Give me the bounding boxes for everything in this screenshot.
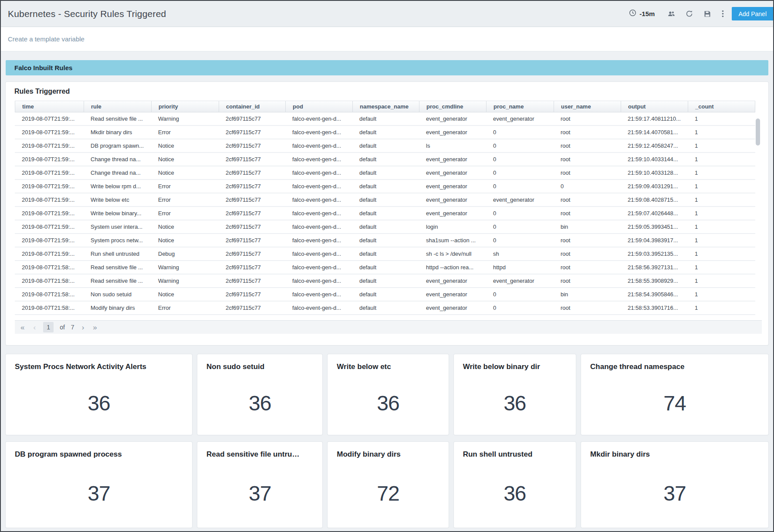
table-cell: 2cf697115c77 — [219, 153, 285, 166]
column-header-pod[interactable]: pod — [285, 101, 352, 112]
page-title: Kubernetes - Security Rules Triggered — [8, 9, 629, 19]
table-row[interactable]: 2019-08-07T21:59:...Run shell untrustedD… — [15, 247, 755, 261]
table-row[interactable]: 2019-08-07T21:59:...Mkdir binary dirsErr… — [15, 126, 755, 139]
table-row[interactable]: 2019-08-07T21:58:...Non sudo setuidNotic… — [15, 288, 755, 302]
table-cell: falco-event-gen-d... — [285, 234, 352, 247]
time-range-picker[interactable]: -15m — [629, 9, 655, 18]
save-icon[interactable] — [703, 10, 711, 17]
stat-panel-value: 36 — [6, 371, 192, 435]
table-row[interactable]: 2019-08-07T21:59:...Change thread na...N… — [15, 166, 755, 180]
table-row[interactable]: 2019-08-07T21:59:...Change thread na...N… — [15, 153, 755, 166]
table-cell: event_generator — [419, 180, 486, 193]
create-template-variable-link[interactable]: Create a template variable — [8, 35, 84, 43]
table-cell: Error — [151, 302, 219, 314]
table-cell: Modify binary dirs — [84, 302, 151, 314]
table-row[interactable]: 2019-08-07T21:59:...Write below etcError… — [15, 193, 755, 207]
time-range-label: -15m — [639, 10, 655, 17]
stat-panel-title[interactable]: Read sensitive file untru… — [197, 442, 322, 459]
column-header-output[interactable]: output — [621, 101, 688, 112]
table-cell: 0 — [554, 180, 621, 193]
column-header-container_id[interactable]: container_id — [219, 101, 285, 112]
column-header-rule[interactable]: rule — [84, 101, 151, 112]
stat-panel-value: 72 — [328, 459, 448, 528]
column-header-proc_cmdline[interactable]: proc_cmdline — [419, 101, 486, 112]
first-page-button[interactable]: « — [19, 324, 26, 331]
table-cell: Error — [151, 207, 219, 220]
table-cell: Write below etc — [84, 193, 151, 206]
total-pages-label: 7 — [71, 324, 74, 331]
table-cell: event_generator — [419, 126, 486, 139]
table-cell: event_generator — [486, 274, 554, 287]
table-cell: root — [554, 139, 621, 152]
table-cell: event_generator — [419, 193, 486, 206]
stat-panel-title[interactable]: System Procs Network Activity Alerts — [6, 354, 192, 371]
table-cell: 21:58:55.3908929... — [621, 274, 688, 287]
table-cell: falco-event-gen-d... — [285, 274, 352, 287]
last-page-button[interactable]: » — [91, 324, 98, 331]
stat-panel-title[interactable]: Non sudo setuid — [197, 354, 322, 371]
share-users-icon[interactable] — [668, 10, 675, 17]
refresh-icon[interactable] — [686, 10, 693, 17]
table-cell: default — [352, 166, 419, 179]
table-row[interactable]: 2019-08-07T21:59:...System user intera..… — [15, 220, 755, 234]
table-cell: 21:58:54.3905846... — [621, 288, 688, 301]
column-header-priority[interactable]: priority — [151, 101, 219, 112]
add-panel-button[interactable]: Add Panel — [732, 7, 773, 20]
table-row[interactable]: 2019-08-07T21:59:...Write below binary..… — [15, 207, 755, 220]
table-cell: 1 — [688, 193, 755, 206]
column-header-_count[interactable]: _count — [688, 101, 755, 112]
panel-title[interactable]: Rules Triggerred — [6, 82, 768, 101]
table-cell: falco-event-gen-d... — [285, 261, 352, 274]
table-row[interactable]: 2019-08-07T21:59:...DB program spawn...N… — [15, 139, 755, 153]
stat-panel-value: 37 — [581, 459, 768, 528]
table-header-row: timeruleprioritycontainer_idpodnamespace… — [15, 101, 755, 112]
topbar-actions: -15m — [629, 7, 773, 20]
table-cell: event_generator — [419, 288, 486, 301]
stat-panel-row-1: System Procs Network Activity Alerts36No… — [6, 354, 768, 435]
table-row[interactable]: 2019-08-07T21:58:...Read sensitive file … — [15, 261, 755, 274]
column-header-namespace_name[interactable]: namespace_name — [352, 101, 419, 112]
table-cell: 21:58:53.3901716... — [621, 302, 688, 314]
table-cell: default — [352, 220, 419, 233]
next-page-button[interactable]: › — [81, 324, 86, 331]
column-header-user_name[interactable]: user_name — [554, 101, 621, 112]
table-row[interactable]: 2019-08-07T21:59:...System procs netw...… — [15, 234, 755, 247]
table-cell: 1 — [688, 112, 755, 125]
table-cell: System procs netw... — [84, 234, 151, 247]
table-cell: falco-event-gen-d... — [285, 153, 352, 166]
previous-page-button[interactable]: ‹ — [32, 324, 37, 331]
table-cell: 2019-08-07T21:58:... — [15, 274, 84, 287]
table-cell: httpd — [486, 261, 554, 274]
stat-panel-title[interactable]: DB program spawned process — [6, 442, 192, 459]
kebab-menu-icon[interactable] — [721, 10, 724, 17]
table-row[interactable]: 2019-08-07T21:58:...Modify binary dirsEr… — [15, 302, 755, 315]
dashboard-row-header[interactable]: Falco Inbuilt Rules — [6, 60, 768, 75]
table-cell: default — [352, 288, 419, 301]
table-cell: default — [352, 247, 419, 260]
table-cell: falco-event-gen-d... — [285, 193, 352, 206]
stat-panel-title[interactable]: Write below etc — [328, 354, 448, 371]
column-header-time[interactable]: time — [15, 101, 84, 112]
table-cell: event_generator — [419, 302, 486, 314]
table-cell: 2cf697115c77 — [219, 234, 285, 247]
table-row[interactable]: 2019-08-07T21:58:...Read sensitive file … — [15, 274, 755, 288]
table-cell: 21:59:10.4033128... — [621, 166, 688, 179]
table-cell: default — [352, 274, 419, 287]
column-header-proc_name[interactable]: proc_name — [486, 101, 554, 112]
table-cell: 2019-08-07T21:59:... — [15, 234, 84, 247]
table-cell: 1 — [688, 166, 755, 179]
stat-panel-title[interactable]: Write below binary dir — [454, 354, 576, 371]
table-row[interactable]: 2019-08-07T21:59:...Read sensitive file … — [15, 112, 755, 126]
table-cell: bin — [554, 220, 621, 233]
table-cell: httpd --action rea... — [419, 261, 486, 274]
table-row[interactable]: 2019-08-07T21:59:...Write below rpm d...… — [15, 180, 755, 193]
table-cell: Notice — [151, 220, 219, 233]
stat-panel-title[interactable]: Mkdir binary dirs — [581, 442, 768, 459]
stat-panel-title[interactable]: Modify binary dirs — [328, 442, 448, 459]
table-cell: 0 — [486, 180, 554, 193]
stat-panel-title[interactable]: Run shell untrusted — [454, 442, 576, 459]
table-scrollbar[interactable] — [756, 119, 760, 146]
stat-panel: Run shell untrusted36 — [454, 442, 576, 528]
stat-panel-title[interactable]: Change thread namespace — [581, 354, 768, 371]
table-cell: 0 — [486, 139, 554, 152]
